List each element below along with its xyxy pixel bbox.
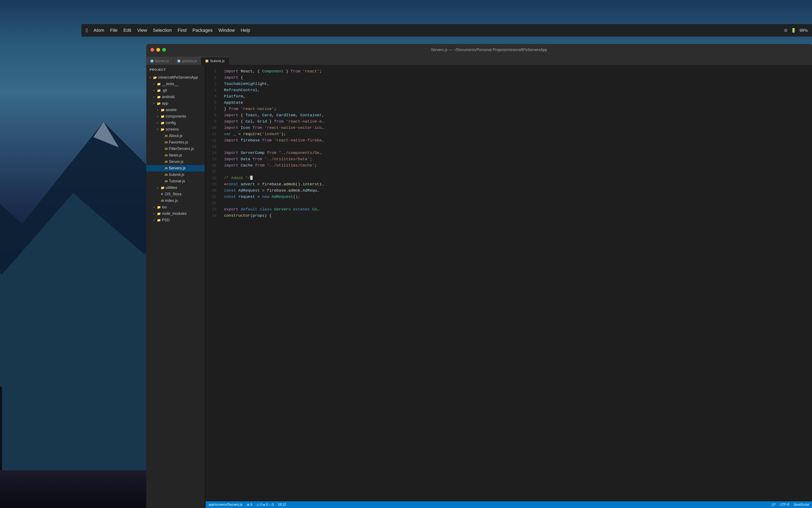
tree-item-psd[interactable]: ▸📁PSD xyxy=(146,217,204,223)
chevron-icon: ▾ xyxy=(150,76,152,79)
code-line: import Cache from '../utilities/Cache'; xyxy=(224,162,808,169)
maximize-button[interactable] xyxy=(162,48,166,52)
tree-item-label: News.js xyxy=(169,153,182,158)
folder-icon: 📁 xyxy=(157,205,161,209)
menu-file[interactable]: File xyxy=(110,28,117,33)
tree-item-config[interactable]: ▸📁config xyxy=(146,120,204,126)
tree-item-servers.js[interactable]: JSServers.js xyxy=(146,165,204,171)
line-number: 4 xyxy=(206,87,217,93)
menu-edit[interactable]: Edit xyxy=(123,28,131,33)
folder-icon: 📂 xyxy=(153,76,157,80)
close-button[interactable] xyxy=(150,48,154,52)
tab-submit-js[interactable]: JS Submit.js xyxy=(201,57,229,65)
line-number: 3 xyxy=(206,81,217,87)
tree-item-favorites.js[interactable]: JSFavorites.js xyxy=(146,139,204,145)
mountains xyxy=(0,0,146,508)
menu-help[interactable]: Help xyxy=(241,28,250,33)
code-line: import ServerComp from '../components/Se… xyxy=(224,150,808,156)
desk xyxy=(0,470,150,508)
menu-packages[interactable]: Packages xyxy=(192,28,213,33)
tree-item-label: About.js xyxy=(169,134,182,138)
tree-item-index.js[interactable]: JSindex.js xyxy=(146,198,204,204)
apple-menu[interactable]:  xyxy=(86,27,88,34)
title-bar: Servers.js — ~/Documents/Personal-Projec… xyxy=(146,44,812,56)
tree-item-filterservers.js[interactable]: JSFilterServers.js xyxy=(146,145,204,152)
file-icon: JS xyxy=(164,154,168,157)
file-icon: JS xyxy=(164,180,168,183)
tree-item-screens[interactable]: ▾📂screens xyxy=(146,126,204,133)
tree-item-news.js[interactable]: JSNews.js xyxy=(146,152,204,159)
tree-item-label: app xyxy=(162,101,168,105)
tree-item-about.js[interactable]: JSAbout.js xyxy=(146,133,204,139)
line-number: 20 xyxy=(206,187,217,194)
tree-item-__tests__[interactable]: ▸📁__tests__ xyxy=(146,81,204,87)
line-number: 22 xyxy=(206,200,217,206)
folder-icon: 📁 xyxy=(161,115,165,118)
line-number: 23 xyxy=(206,206,217,212)
chevron-icon: ▸ xyxy=(157,122,160,124)
code-line: Platform, xyxy=(224,93,808,99)
tree-item-label: components xyxy=(166,114,186,119)
file-icon: JS xyxy=(164,134,168,137)
chevron-icon: ▸ xyxy=(157,186,160,189)
status-cursor: 18:12 xyxy=(278,503,286,507)
status-line-ending: LF xyxy=(772,503,776,507)
chevron-icon: ▸ xyxy=(153,212,156,215)
status-bar-right: LF UTF-8 JavaScript xyxy=(772,503,809,507)
tab-server-js[interactable]: JS Server.js xyxy=(146,57,173,65)
code-line: import Icon from 'react-native-vector-ic… xyxy=(224,125,808,131)
folder-icon: 📁 xyxy=(161,121,165,125)
tree-item-ios[interactable]: ▸📁ios xyxy=(146,204,204,210)
folder-icon: 📁 xyxy=(161,186,165,190)
line-number: 6 xyxy=(206,99,217,106)
tab-label-server: Server.js xyxy=(155,59,169,63)
code-line: const request = new AdRequest(); xyxy=(224,194,808,200)
minimize-button[interactable] xyxy=(156,48,160,52)
menu-view[interactable]: View xyxy=(137,28,147,33)
tree-item-android[interactable]: ▸📁android xyxy=(146,94,204,100)
tab-label-submit: Submit.js xyxy=(210,59,225,63)
tree-item-assets[interactable]: ▸📁assets xyxy=(146,107,204,113)
tree-item-label: Submit.js xyxy=(169,173,184,177)
tree-item-minecraftpeserversapp[interactable]: ▾📂minecraftPeServersApp xyxy=(146,74,204,81)
menu-find[interactable]: Find xyxy=(178,28,187,33)
menubar:  Atom File Edit View Selection Find Pac… xyxy=(82,24,812,37)
tree-item-.ds_store[interactable]: ⚙.DS_Store xyxy=(146,191,204,198)
chevron-icon: ▾ xyxy=(153,102,156,105)
status-bar: app/screens/Servers.js ⊗ 9 ⚠ 0 ● 0 ○ 0 1… xyxy=(206,501,812,508)
code-line: /* Admob */█ xyxy=(224,175,808,181)
tree-item-label: screens xyxy=(166,127,179,132)
battery-icon: 🔋 xyxy=(791,28,796,33)
tree-item-node_modules[interactable]: ▸📁node_modules xyxy=(146,210,204,217)
tree-item-label: node_modules xyxy=(162,211,187,216)
code-lines[interactable]: import React, { Component } from 'react'… xyxy=(220,65,812,501)
code-line xyxy=(224,200,808,206)
tree-item-tutorial.js[interactable]: JSTutorial.js xyxy=(146,178,204,184)
line-number: 24 xyxy=(206,212,217,219)
file-icon: JS xyxy=(164,167,168,170)
line-numbers: 123456789101112131415161718192021222324 xyxy=(206,65,220,501)
file-icon: JS xyxy=(164,160,168,163)
code-editor[interactable]: 123456789101112131415161718192021222324 … xyxy=(206,65,812,508)
line-number: 1 xyxy=(206,68,217,75)
code-line: import firebase from 'react-native-fireb… xyxy=(224,137,808,143)
tree-item-label: minecraftPeServersApp xyxy=(158,75,198,80)
tree-item-submit.js[interactable]: JSSubmit.js xyxy=(146,171,204,178)
menu-selection[interactable]: Selection xyxy=(153,28,172,33)
tab-globals-js[interactable]: JS globals.js xyxy=(173,57,201,65)
tree-item-components[interactable]: ▸📁components xyxy=(146,113,204,120)
tree-item-.git[interactable]: ▸📁.git xyxy=(146,87,204,94)
file-icon: JS xyxy=(161,199,164,202)
tab-icon-submit: JS xyxy=(205,59,208,62)
tree-item-utilities[interactable]: ▸📁utilities xyxy=(146,184,204,191)
menu-atom[interactable]: Atom xyxy=(94,28,104,33)
line-number: 10 xyxy=(206,125,217,131)
menu-window[interactable]: Window xyxy=(219,28,235,33)
tree-item-app[interactable]: ▾📂app xyxy=(146,100,204,107)
tab-icon-server: JS xyxy=(150,59,153,62)
code-line: import Data from '../utilities/Data'; xyxy=(224,156,808,162)
wifi-icon: ⊙ xyxy=(784,28,787,33)
code-line: RefreshControl, xyxy=(224,87,808,93)
tree-item-server.js[interactable]: JSServer.js xyxy=(146,159,204,165)
folder-icon: 📂 xyxy=(161,128,165,131)
